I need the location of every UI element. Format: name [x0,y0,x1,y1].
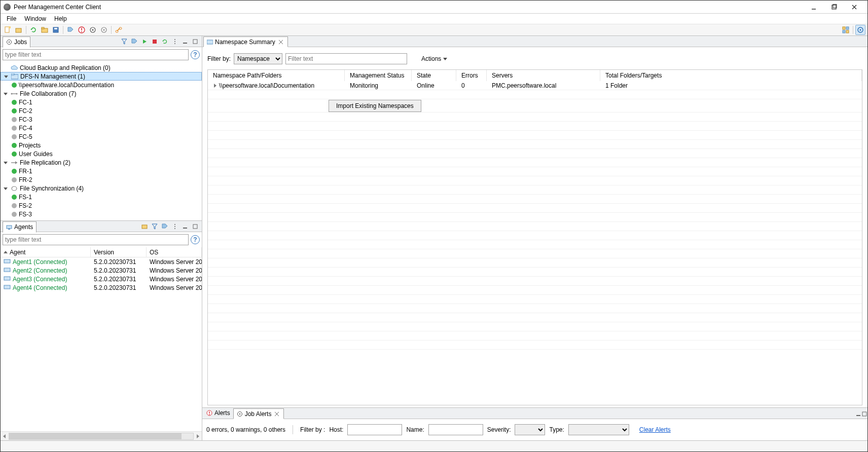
tree-item-collab[interactable]: File Collaboration (7) [1,89,202,98]
new-icon[interactable] [3,25,13,35]
tree-item[interactable]: User Guides [1,149,202,158]
minimize-button[interactable] [804,2,824,13]
tree-item[interactable]: Projects [1,141,202,149]
jobs-filter-input[interactable] [3,49,189,60]
jobs-tree[interactable]: Cloud Backup and Replication (0) DFS-N M… [1,62,202,220]
tree-item-dfsn-child[interactable]: \\peersoftware.local\Documentation [1,81,202,89]
gear-icon[interactable] [88,25,98,35]
tree-item-repl[interactable]: File Replication (2) [1,158,202,167]
filter-by-label: Filter by: [207,55,231,62]
tag-icon[interactable] [160,222,169,231]
view-menu-icon[interactable] [170,37,179,46]
tree-item[interactable]: FC-4 [1,124,202,132]
help-icon[interactable]: ? [191,235,200,244]
tree-item[interactable]: FS-4 [1,218,202,220]
svg-point-28 [860,29,861,31]
chevron-down-icon[interactable] [3,91,9,97]
chevron-down-icon[interactable] [3,160,9,166]
ns-col-errors[interactable]: Errors [456,70,487,81]
alerts-host-input[interactable] [347,424,402,435]
tab-namespace-summary[interactable]: Namespace Summary [203,36,288,47]
refresh-icon[interactable] [160,37,169,46]
tab-job-alerts[interactable]: Job Alerts [233,408,284,419]
tree-item[interactable]: FC-5 [1,132,202,141]
menu-window[interactable]: Window [20,14,50,23]
play-icon[interactable] [140,37,149,46]
tree-item[interactable]: FR-1 [1,167,202,175]
agents-col-version[interactable]: Version [94,249,114,256]
tag-icon[interactable] [65,25,76,35]
tree-item-dfsn[interactable]: DFS-N Management (1) [1,72,202,81]
clear-alerts-link[interactable]: Clear Alerts [639,426,671,433]
import-namespaces-button[interactable]: Import Existing Namespaces [329,100,421,112]
perspective-icon[interactable] [841,25,851,35]
error-icon[interactable] [77,25,87,35]
active-perspective-icon[interactable] [855,25,865,35]
maximize-view-icon[interactable] [191,37,200,46]
view-menu-icon[interactable] [170,222,179,231]
ns-col-mgmt[interactable]: Management Status [345,70,412,81]
svg-rect-81 [856,415,860,416]
close-button[interactable] [844,2,864,13]
refresh-icon[interactable] [28,25,39,35]
folder-icon[interactable] [140,222,149,231]
tree-item[interactable]: FS-1 [1,193,202,201]
ns-col-state[interactable]: State [412,70,456,81]
agents-col-agent[interactable]: Agent [10,249,25,256]
ns-col-servers[interactable]: Servers [487,70,600,81]
alerts-severity-select[interactable] [515,424,545,435]
minimize-view-icon[interactable] [180,37,190,46]
chevron-down-icon[interactable] [3,73,9,80]
chevron-down-icon[interactable] [3,185,9,192]
table-row[interactable]: Agent4 (Connected)5.2.0.20230731Windows … [1,283,202,292]
ns-col-totals[interactable]: Total Folders/Targets [600,70,862,81]
tree-item[interactable]: FC-2 [1,106,202,115]
link-icon[interactable] [114,25,124,35]
tree-item[interactable]: FS-3 [1,210,202,218]
actions-dropdown[interactable]: Actions [419,54,449,63]
menu-help[interactable]: Help [50,14,71,23]
menu-file[interactable]: File [3,14,20,23]
alerts-name-input[interactable] [428,424,483,435]
window-title: Peer Management Center Client [14,4,804,11]
open-icon[interactable] [14,25,24,35]
tree-item[interactable]: FS-2 [1,201,202,210]
save-icon[interactable] [51,25,61,35]
agents-tab[interactable]: Agents [3,221,37,233]
settings-icon[interactable] [99,25,109,35]
ns-col-path[interactable]: Namespace Path/Folders [208,70,345,81]
folder-icon[interactable] [40,25,50,35]
table-row[interactable]: Agent3 (Connected)5.2.0.20230731Windows … [1,275,202,283]
minimize-view-icon[interactable] [180,222,190,231]
chevron-right-icon[interactable] [213,84,217,88]
filter-by-select[interactable]: Namespace [234,53,282,64]
table-row[interactable]: Agent2 (Connected)5.2.0.20230731Windows … [1,266,202,275]
close-icon[interactable] [273,410,280,418]
help-icon[interactable]: ? [191,50,200,59]
table-row[interactable]: \\peersoftware.local\Documentation Monit… [208,81,862,90]
filter-text-input[interactable] [285,53,407,64]
tree-item-sync[interactable]: File Synchronization (4) [1,184,202,193]
tree-item[interactable]: FC-3 [1,115,202,124]
close-icon[interactable] [277,39,284,46]
filter-icon[interactable] [150,222,159,231]
table-row[interactable]: Agent1 (Connected)5.2.0.20230731Windows … [1,257,202,266]
maximize-view-icon[interactable] [191,222,200,231]
tree-item-cloud[interactable]: Cloud Backup and Replication (0) [1,63,202,72]
maximize-button[interactable] [824,2,844,13]
tab-alerts[interactable]: Alerts [203,407,233,419]
tree-item[interactable]: FC-1 [1,98,202,106]
filter-icon[interactable] [120,37,129,46]
stop-icon[interactable] [150,37,159,46]
maximize-view-icon[interactable] [861,411,867,419]
minimize-view-icon[interactable] [855,411,861,419]
agents-hscrollbar[interactable] [1,431,202,440]
agents-filter-input[interactable] [3,234,189,245]
alerts-type-select[interactable] [568,424,629,435]
tag-icon[interactable] [130,37,139,46]
agents-col-os[interactable]: OS [150,249,158,256]
tree-item[interactable]: FR-2 [1,175,202,184]
namespace-filter-bar: Filter by: Namespace Actions [207,53,862,64]
jobs-tab[interactable]: Jobs [3,36,30,48]
svg-marker-68 [197,434,199,438]
